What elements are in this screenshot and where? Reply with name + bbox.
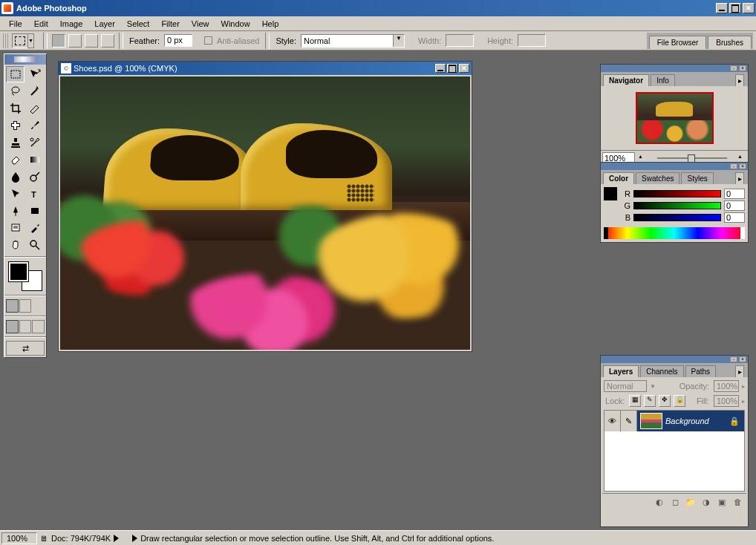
- palette-minimize-button[interactable]: -: [730, 65, 737, 71]
- tool-preset-picker[interactable]: ▼: [12, 33, 28, 48]
- navigator-palette[interactable]: - × Navigator Info ▸ 100% ▲ ▲: [600, 64, 749, 166]
- selection-intersect-button[interactable]: [101, 34, 114, 48]
- menu-edit[interactable]: Edit: [28, 18, 54, 30]
- r-slider[interactable]: [633, 190, 721, 198]
- palette-menu-button[interactable]: ▸: [735, 365, 744, 377]
- document-window[interactable]: © Shoes.psd @ 100% (CMYK): [58, 61, 472, 352]
- gradient-tool[interactable]: [26, 151, 45, 168]
- menu-help[interactable]: Help: [256, 18, 285, 30]
- selection-subtract-button[interactable]: [85, 34, 98, 48]
- selection-add-button[interactable]: [68, 34, 82, 48]
- new-layer-button[interactable]: ▣: [715, 496, 729, 508]
- layer-set-button[interactable]: 📁: [684, 496, 697, 508]
- document-canvas[interactable]: [60, 76, 470, 350]
- palette-close-button[interactable]: ×: [739, 356, 746, 362]
- delete-layer-button[interactable]: 🗑: [731, 496, 744, 508]
- selection-new-button[interactable]: [52, 34, 65, 48]
- layer-name[interactable]: Background: [665, 417, 725, 425]
- palette-header[interactable]: - ×: [601, 65, 748, 72]
- palette-minimize-button[interactable]: -: [730, 163, 737, 169]
- wand-tool[interactable]: [26, 83, 45, 99]
- b-slider[interactable]: [633, 214, 721, 221]
- layer-list[interactable]: 👁 ✎ Background 🔒: [604, 410, 745, 492]
- move-tool[interactable]: [26, 66, 45, 82]
- blur-tool[interactable]: [6, 169, 25, 185]
- menu-filter[interactable]: Filter: [155, 18, 185, 30]
- feather-input[interactable]: 0 px: [164, 34, 192, 47]
- lock-all-button[interactable]: 🔒: [674, 395, 685, 407]
- quickmask-on-button[interactable]: [19, 299, 32, 313]
- lasso-tool[interactable]: [6, 83, 25, 99]
- toolbox-header[interactable]: [4, 54, 46, 65]
- menu-image[interactable]: Image: [54, 18, 89, 30]
- layer-style-button[interactable]: ◐: [653, 496, 666, 508]
- menu-layer[interactable]: Layer: [88, 18, 121, 30]
- navigator-thumbnail[interactable]: [636, 92, 714, 144]
- minimize-button[interactable]: [716, 3, 728, 13]
- status-zoom[interactable]: 100%: [1, 532, 37, 544]
- tab-swatches[interactable]: Swatches: [636, 172, 680, 184]
- document-titlebar[interactable]: © Shoes.psd @ 100% (CMYK): [59, 62, 472, 75]
- close-button[interactable]: [743, 3, 755, 13]
- tab-brushes[interactable]: Brushes: [708, 36, 752, 49]
- color-palette[interactable]: - × Color Swatches Styles ▸ R0 G0 B0: [600, 162, 749, 243]
- notes-tool[interactable]: [6, 220, 25, 236]
- layer-mask-button[interactable]: ◻: [668, 496, 682, 508]
- layers-palette[interactable]: - × Layers Channels Paths ▸ Normal ▼ Opa…: [600, 355, 749, 527]
- layer-edit-indicator[interactable]: ✎: [621, 411, 637, 431]
- shape-tool[interactable]: [26, 203, 45, 219]
- palette-minimize-button[interactable]: -: [730, 356, 737, 362]
- crop-tool[interactable]: [6, 100, 25, 117]
- menu-view[interactable]: View: [186, 18, 215, 30]
- tab-paths[interactable]: Paths: [685, 365, 717, 377]
- color-spectrum[interactable]: [604, 227, 745, 239]
- palette-close-button[interactable]: ×: [739, 65, 746, 71]
- jump-to-imageready-button[interactable]: ⇄: [6, 341, 45, 356]
- palette-header[interactable]: - ×: [601, 163, 748, 170]
- lock-move-button[interactable]: ✥: [659, 395, 671, 407]
- screenmode-standard-button[interactable]: [6, 320, 19, 333]
- quickmask-off-button[interactable]: [6, 299, 19, 313]
- r-input[interactable]: 0: [724, 189, 745, 199]
- tab-channels[interactable]: Channels: [640, 365, 683, 377]
- tab-styles[interactable]: Styles: [681, 172, 713, 184]
- tab-color[interactable]: Color: [603, 172, 634, 184]
- adjustment-layer-button[interactable]: ◑: [700, 496, 713, 508]
- maximize-button[interactable]: [729, 3, 741, 13]
- eyedropper-tool[interactable]: [26, 220, 45, 236]
- layer-thumbnail[interactable]: [640, 413, 662, 429]
- doc-maximize-button[interactable]: [447, 64, 457, 73]
- type-tool[interactable]: T: [26, 186, 45, 202]
- b-input[interactable]: 0: [724, 212, 745, 223]
- brush-tool[interactable]: [26, 117, 45, 134]
- palette-menu-button[interactable]: ▸: [735, 74, 744, 86]
- pen-tool[interactable]: [6, 203, 25, 219]
- eraser-tool[interactable]: [6, 151, 25, 168]
- slice-tool[interactable]: [26, 100, 45, 117]
- g-input[interactable]: 0: [724, 200, 745, 211]
- screenmode-full-button[interactable]: [32, 320, 45, 333]
- menu-window[interactable]: Window: [215, 18, 256, 30]
- color-fg-bg-swatch[interactable]: [604, 187, 617, 221]
- foreground-color-swatch[interactable]: [9, 262, 28, 281]
- tab-info[interactable]: Info: [651, 74, 675, 86]
- path-select-tool[interactable]: [6, 186, 25, 202]
- status-menu-button[interactable]: [114, 535, 119, 542]
- lock-paint-button[interactable]: ✎: [644, 395, 656, 407]
- color-swatches[interactable]: [7, 261, 43, 292]
- palette-menu-button[interactable]: ▸: [735, 172, 744, 184]
- hand-tool[interactable]: [6, 237, 25, 253]
- menu-file[interactable]: File: [3, 18, 28, 30]
- status-doc-icon[interactable]: 🗎: [40, 534, 48, 543]
- dodge-tool[interactable]: [26, 169, 45, 185]
- palette-close-button[interactable]: ×: [739, 163, 746, 169]
- layer-item-background[interactable]: 👁 ✎ Background 🔒: [605, 411, 744, 431]
- palette-header[interactable]: - ×: [601, 356, 748, 363]
- style-combo[interactable]: Normal▼: [301, 34, 405, 48]
- tab-navigator[interactable]: Navigator: [603, 74, 649, 86]
- history-brush-tool[interactable]: [26, 134, 45, 151]
- lock-transparency-button[interactable]: ▦: [629, 395, 641, 407]
- toolbox[interactable]: T ⇄: [4, 53, 47, 358]
- healing-tool[interactable]: [6, 117, 25, 134]
- layer-visibility-toggle[interactable]: 👁: [605, 411, 621, 431]
